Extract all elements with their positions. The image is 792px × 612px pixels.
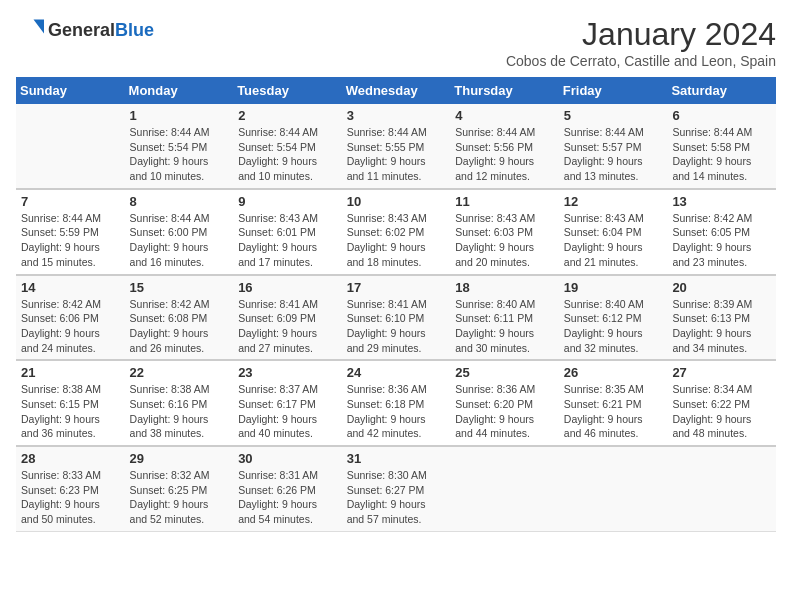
day-number: 2 [238, 108, 337, 123]
day-number: 19 [564, 280, 663, 295]
day-number: 14 [21, 280, 120, 295]
day-number: 22 [130, 365, 229, 380]
day-number: 10 [347, 194, 446, 209]
weekday-header-sunday: Sunday [16, 77, 125, 104]
calendar-cell: 2Sunrise: 8:44 AMSunset: 5:54 PMDaylight… [233, 104, 342, 189]
logo-wordmark: GeneralBlue [48, 20, 154, 41]
calendar-cell: 28Sunrise: 8:33 AMSunset: 6:23 PMDayligh… [16, 446, 125, 531]
day-number: 18 [455, 280, 554, 295]
weekday-header-friday: Friday [559, 77, 668, 104]
day-number: 31 [347, 451, 446, 466]
location-subtitle: Cobos de Cerrato, Castille and Leon, Spa… [506, 53, 776, 69]
calendar-cell: 20Sunrise: 8:39 AMSunset: 6:13 PMDayligh… [667, 275, 776, 361]
day-number: 23 [238, 365, 337, 380]
svg-rect-1 [16, 16, 35, 35]
page-header: GeneralBlue January 2024 Cobos de Cerrat… [16, 16, 776, 69]
calendar-cell: 8Sunrise: 8:44 AMSunset: 6:00 PMDaylight… [125, 189, 234, 275]
calendar-cell [450, 446, 559, 531]
day-detail: Sunrise: 8:40 AMSunset: 6:12 PMDaylight:… [564, 297, 663, 356]
day-detail: Sunrise: 8:32 AMSunset: 6:25 PMDaylight:… [130, 468, 229, 527]
calendar-cell: 9Sunrise: 8:43 AMSunset: 6:01 PMDaylight… [233, 189, 342, 275]
calendar-week-row: 28Sunrise: 8:33 AMSunset: 6:23 PMDayligh… [16, 446, 776, 531]
day-number: 27 [672, 365, 771, 380]
day-detail: Sunrise: 8:44 AMSunset: 5:55 PMDaylight:… [347, 125, 446, 184]
day-number: 21 [21, 365, 120, 380]
day-detail: Sunrise: 8:44 AMSunset: 5:56 PMDaylight:… [455, 125, 554, 184]
weekday-header-monday: Monday [125, 77, 234, 104]
logo: GeneralBlue [16, 16, 154, 44]
day-number: 13 [672, 194, 771, 209]
day-detail: Sunrise: 8:38 AMSunset: 6:15 PMDaylight:… [21, 382, 120, 441]
calendar-cell: 16Sunrise: 8:41 AMSunset: 6:09 PMDayligh… [233, 275, 342, 361]
day-detail: Sunrise: 8:42 AMSunset: 6:08 PMDaylight:… [130, 297, 229, 356]
day-number: 29 [130, 451, 229, 466]
day-detail: Sunrise: 8:44 AMSunset: 5:57 PMDaylight:… [564, 125, 663, 184]
day-detail: Sunrise: 8:39 AMSunset: 6:13 PMDaylight:… [672, 297, 771, 356]
day-detail: Sunrise: 8:41 AMSunset: 6:09 PMDaylight:… [238, 297, 337, 356]
day-detail: Sunrise: 8:43 AMSunset: 6:01 PMDaylight:… [238, 211, 337, 270]
calendar-cell: 6Sunrise: 8:44 AMSunset: 5:58 PMDaylight… [667, 104, 776, 189]
calendar-cell: 7Sunrise: 8:44 AMSunset: 5:59 PMDaylight… [16, 189, 125, 275]
calendar-cell [559, 446, 668, 531]
weekday-header-saturday: Saturday [667, 77, 776, 104]
day-detail: Sunrise: 8:43 AMSunset: 6:02 PMDaylight:… [347, 211, 446, 270]
logo-icon [16, 16, 44, 44]
day-number: 5 [564, 108, 663, 123]
calendar-cell: 5Sunrise: 8:44 AMSunset: 5:57 PMDaylight… [559, 104, 668, 189]
day-detail: Sunrise: 8:41 AMSunset: 6:10 PMDaylight:… [347, 297, 446, 356]
day-number: 7 [21, 194, 120, 209]
day-number: 25 [455, 365, 554, 380]
day-detail: Sunrise: 8:36 AMSunset: 6:20 PMDaylight:… [455, 382, 554, 441]
day-number: 11 [455, 194, 554, 209]
title-area: January 2024 Cobos de Cerrato, Castille … [506, 16, 776, 69]
calendar-week-row: 14Sunrise: 8:42 AMSunset: 6:06 PMDayligh… [16, 275, 776, 361]
weekday-header-thursday: Thursday [450, 77, 559, 104]
day-detail: Sunrise: 8:43 AMSunset: 6:04 PMDaylight:… [564, 211, 663, 270]
day-number: 9 [238, 194, 337, 209]
day-number: 15 [130, 280, 229, 295]
day-detail: Sunrise: 8:37 AMSunset: 6:17 PMDaylight:… [238, 382, 337, 441]
day-detail: Sunrise: 8:44 AMSunset: 5:59 PMDaylight:… [21, 211, 120, 270]
calendar-cell: 17Sunrise: 8:41 AMSunset: 6:10 PMDayligh… [342, 275, 451, 361]
calendar-cell: 22Sunrise: 8:38 AMSunset: 6:16 PMDayligh… [125, 360, 234, 446]
calendar-cell: 31Sunrise: 8:30 AMSunset: 6:27 PMDayligh… [342, 446, 451, 531]
day-detail: Sunrise: 8:42 AMSunset: 6:05 PMDaylight:… [672, 211, 771, 270]
day-detail: Sunrise: 8:36 AMSunset: 6:18 PMDaylight:… [347, 382, 446, 441]
calendar-cell: 27Sunrise: 8:34 AMSunset: 6:22 PMDayligh… [667, 360, 776, 446]
day-number: 1 [130, 108, 229, 123]
calendar-week-row: 1Sunrise: 8:44 AMSunset: 5:54 PMDaylight… [16, 104, 776, 189]
day-detail: Sunrise: 8:44 AMSunset: 5:58 PMDaylight:… [672, 125, 771, 184]
calendar-cell: 3Sunrise: 8:44 AMSunset: 5:55 PMDaylight… [342, 104, 451, 189]
calendar-cell: 12Sunrise: 8:43 AMSunset: 6:04 PMDayligh… [559, 189, 668, 275]
calendar-cell: 15Sunrise: 8:42 AMSunset: 6:08 PMDayligh… [125, 275, 234, 361]
calendar-cell: 4Sunrise: 8:44 AMSunset: 5:56 PMDaylight… [450, 104, 559, 189]
day-number: 6 [672, 108, 771, 123]
weekday-header-row: SundayMondayTuesdayWednesdayThursdayFrid… [16, 77, 776, 104]
calendar-cell: 24Sunrise: 8:36 AMSunset: 6:18 PMDayligh… [342, 360, 451, 446]
day-number: 24 [347, 365, 446, 380]
day-number: 4 [455, 108, 554, 123]
calendar-cell: 11Sunrise: 8:43 AMSunset: 6:03 PMDayligh… [450, 189, 559, 275]
calendar-week-row: 7Sunrise: 8:44 AMSunset: 5:59 PMDaylight… [16, 189, 776, 275]
logo-blue-text: Blue [115, 20, 154, 40]
day-detail: Sunrise: 8:40 AMSunset: 6:11 PMDaylight:… [455, 297, 554, 356]
calendar-cell [667, 446, 776, 531]
calendar-cell [16, 104, 125, 189]
calendar-cell: 1Sunrise: 8:44 AMSunset: 5:54 PMDaylight… [125, 104, 234, 189]
day-detail: Sunrise: 8:33 AMSunset: 6:23 PMDaylight:… [21, 468, 120, 527]
weekday-header-wednesday: Wednesday [342, 77, 451, 104]
day-number: 28 [21, 451, 120, 466]
calendar-cell: 30Sunrise: 8:31 AMSunset: 6:26 PMDayligh… [233, 446, 342, 531]
day-number: 30 [238, 451, 337, 466]
weekday-header-tuesday: Tuesday [233, 77, 342, 104]
day-number: 3 [347, 108, 446, 123]
day-detail: Sunrise: 8:44 AMSunset: 5:54 PMDaylight:… [238, 125, 337, 184]
day-number: 16 [238, 280, 337, 295]
calendar-cell: 29Sunrise: 8:32 AMSunset: 6:25 PMDayligh… [125, 446, 234, 531]
calendar-cell: 18Sunrise: 8:40 AMSunset: 6:11 PMDayligh… [450, 275, 559, 361]
day-number: 26 [564, 365, 663, 380]
logo-general-text: General [48, 20, 115, 40]
day-detail: Sunrise: 8:44 AMSunset: 6:00 PMDaylight:… [130, 211, 229, 270]
calendar-cell: 26Sunrise: 8:35 AMSunset: 6:21 PMDayligh… [559, 360, 668, 446]
calendar-cell: 14Sunrise: 8:42 AMSunset: 6:06 PMDayligh… [16, 275, 125, 361]
